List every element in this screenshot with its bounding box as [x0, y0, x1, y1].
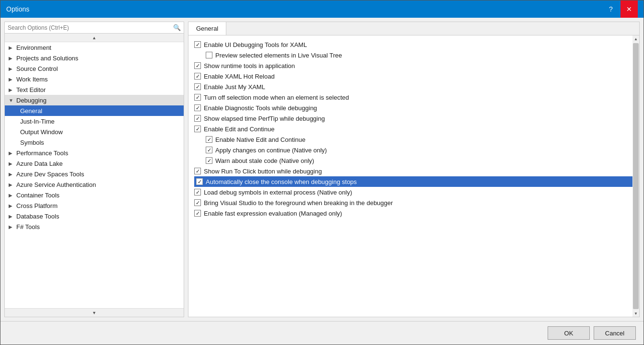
tree-item-symbols[interactable]: Symbols [5, 137, 184, 148]
label-show-runtime-tools: Show runtime tools in application [204, 62, 295, 69]
checkbox-diagnostic-tools[interactable] [194, 104, 201, 111]
search-input[interactable] [8, 24, 173, 31]
expand-icon-performance: ▶ [9, 150, 16, 156]
option-row-turn-off-selection: Turn off selection mode when an element … [194, 92, 633, 103]
tree-item-container-tools[interactable]: ▶ Container Tools [5, 190, 184, 200]
tree-label-source-control: Source Control [16, 65, 58, 72]
tree-item-source-control[interactable]: ▶ Source Control [5, 63, 184, 74]
search-icon: 🔍 [173, 24, 181, 31]
option-row-load-debug-symbols: Load debug symbols in external process (… [194, 187, 633, 197]
tree-label-general: General [20, 107, 42, 115]
checkbox-preview-elements[interactable] [206, 52, 212, 58]
label-apply-changes: Apply changes on continue (Native only) [215, 147, 327, 154]
expand-icon-database: ▶ [9, 214, 16, 219]
label-elapsed-time: Show elapsed time PerfTip while debuggin… [204, 115, 325, 122]
checkbox-show-runtime-tools[interactable] [194, 62, 201, 69]
option-row-xaml-hot-reload: Enable XAML Hot Reload [194, 71, 633, 81]
tree-item-fsharp-tools[interactable]: ▶ F# Tools [5, 221, 184, 232]
tree-item-text-editor[interactable]: ▶ Text Editor [5, 84, 184, 95]
checkbox-native-edit[interactable] [206, 136, 212, 143]
checkbox-apply-changes[interactable] [206, 147, 212, 153]
checkbox-enable-ui-debugging[interactable] [194, 41, 201, 48]
ok-button[interactable]: OK [548, 326, 590, 340]
option-row-stale-code: Warn about stale code (Native only) [194, 155, 633, 166]
tree-item-cross-platform[interactable]: ▶ Cross Platform [5, 200, 184, 211]
scroll-up-arrow[interactable]: ▲ [5, 34, 184, 42]
options-dialog: Options ? ✕ 🔍 ▲ [0, 0, 644, 345]
tree-label-azure-dev-spaces: Azure Dev Spaces Tools [16, 171, 84, 178]
tree-item-database-tools[interactable]: ▶ Database Tools [5, 211, 184, 221]
right-scroll-up[interactable]: ▲ [632, 35, 639, 42]
tree-item-performance-tools[interactable]: ▶ Performance Tools [5, 148, 184, 158]
right-panel: General Enable UI Debugging Tools for XA… [188, 22, 640, 317]
option-row-enable-ui-debugging: Enable UI Debugging Tools for XAML [194, 39, 633, 50]
option-row-edit-and-continue: Enable Edit and Continue [194, 124, 633, 134]
option-row-apply-changes: Apply changes on continue (Native only) [194, 145, 633, 155]
footer: OK Cancel [0, 321, 644, 345]
option-row-run-to-click: Show Run To Click button while debugging [194, 166, 633, 176]
dialog-body: 🔍 ▲ ▶ Environment ▶ Projects a [0, 18, 644, 345]
option-row-auto-close-console: Automatically close the console when deb… [194, 176, 633, 187]
tree-label-text-editor: Text Editor [16, 86, 46, 93]
right-scroll-down[interactable]: ▼ [632, 310, 639, 317]
title-bar-buttons: ? ✕ [602, 0, 638, 18]
tree-label-fsharp: F# Tools [16, 223, 40, 230]
checkbox-bring-vs-foreground[interactable] [194, 199, 201, 206]
label-preview-elements: Preview selected elements in Live Visual… [215, 52, 342, 59]
checkbox-edit-and-continue[interactable] [194, 126, 201, 132]
option-row-diagnostic-tools: Enable Diagnostic Tools while debugging [194, 103, 633, 113]
checkbox-elapsed-time[interactable] [194, 115, 201, 122]
label-just-my-xaml: Enable Just My XAML [204, 83, 265, 91]
help-button[interactable]: ? [602, 0, 620, 18]
option-row-fast-expression: Enable fast expression evaluation (Manag… [194, 208, 633, 218]
scroll-down-arrow[interactable]: ▼ [5, 308, 184, 317]
checkbox-just-my-xaml[interactable] [194, 83, 201, 90]
tree-item-debugging[interactable]: ▼ Debugging [5, 95, 184, 105]
checkbox-turn-off-selection[interactable] [194, 94, 201, 101]
tree-item-azure-data-lake[interactable]: ▶ Azure Data Lake [5, 158, 184, 169]
tree-item-work-items[interactable]: ▶ Work Items [5, 74, 184, 84]
option-row-just-my-xaml: Enable Just My XAML [194, 81, 633, 92]
expand-icon-work-items: ▶ [9, 77, 16, 82]
label-native-edit: Enable Native Edit and Continue [215, 136, 305, 143]
tab-general[interactable]: General [188, 22, 226, 35]
tree-item-azure-service-auth[interactable]: ▶ Azure Service Authentication [5, 179, 184, 190]
expand-icon-azure-data-lake: ▶ [9, 161, 16, 166]
label-auto-close-console: Automatically close the console when deb… [206, 178, 357, 185]
title-bar: Options ? ✕ [0, 0, 644, 18]
label-edit-and-continue: Enable Edit and Continue [204, 126, 274, 133]
tree-label-performance: Performance Tools [16, 150, 68, 157]
label-turn-off-selection: Turn off selection mode when an element … [204, 94, 349, 101]
option-row-bring-vs-foreground: Bring Visual Studio to the foreground wh… [194, 197, 633, 208]
tree-item-projects-and-solutions[interactable]: ▶ Projects and Solutions [5, 53, 184, 63]
tree-container: ▲ ▶ Environment ▶ Projects and Solutions [5, 34, 184, 317]
tree-item-output-window[interactable]: Output Window [5, 126, 184, 137]
tree-label-cross-platform: Cross Platform [16, 202, 58, 209]
tree-item-azure-dev-spaces[interactable]: ▶ Azure Dev Spaces Tools [5, 169, 184, 179]
checkbox-load-debug-symbols[interactable] [194, 189, 201, 196]
tree-item-general[interactable]: General [5, 105, 184, 116]
tree-label-work-items: Work Items [16, 76, 48, 83]
label-load-debug-symbols: Load debug symbols in external process (… [204, 189, 352, 196]
options-content: Enable UI Debugging Tools for XAML Previ… [188, 35, 639, 317]
checkbox-run-to-click[interactable] [194, 168, 201, 174]
checkbox-fast-expression[interactable] [194, 210, 201, 217]
option-row-preview-elements: Preview selected elements in Live Visual… [194, 50, 633, 60]
cancel-button[interactable]: Cancel [594, 326, 636, 340]
tree-item-environment[interactable]: ▶ Environment [5, 42, 184, 53]
tree-label-just-in-time: Just-In-Time [20, 118, 55, 125]
close-button[interactable]: ✕ [621, 0, 638, 18]
checkbox-xaml-hot-reload[interactable] [194, 73, 201, 80]
tree-item-just-in-time[interactable]: Just-In-Time [5, 116, 184, 126]
tree-label-azure-auth: Azure Service Authentication [16, 181, 96, 188]
right-scrollbar: ▲ ▼ [632, 35, 639, 317]
dialog-title: Options [6, 5, 29, 13]
tree-label-debugging: Debugging [16, 97, 47, 104]
expand-icon-container: ▶ [9, 193, 16, 198]
expand-icon-fsharp: ▶ [9, 224, 16, 230]
label-diagnostic-tools: Enable Diagnostic Tools while debugging [204, 104, 317, 112]
label-xaml-hot-reload: Enable XAML Hot Reload [204, 73, 275, 80]
checkbox-stale-code[interactable] [206, 157, 212, 164]
right-scrollbar-thumb[interactable] [633, 43, 639, 309]
checkbox-auto-close-console[interactable] [196, 178, 203, 185]
